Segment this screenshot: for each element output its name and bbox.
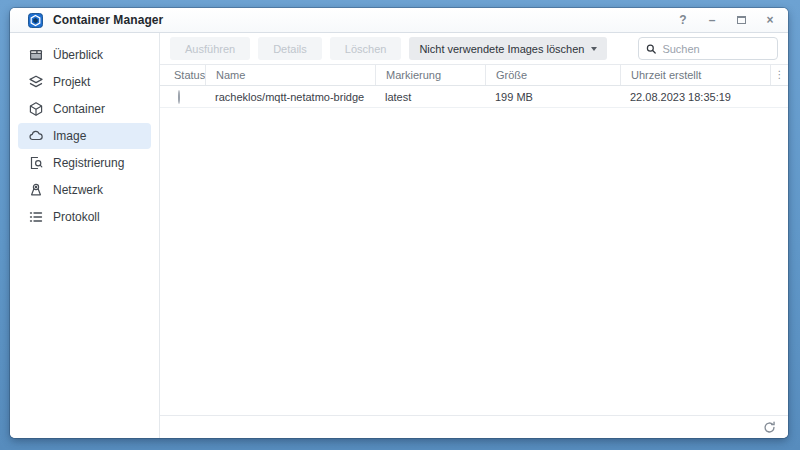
- row-size-cell: 199 MB: [485, 91, 620, 103]
- row-name-cell: racheklos/mqtt-netatmo-bridge: [205, 91, 375, 103]
- table-row[interactable]: racheklos/mqtt-netatmo-bridge latest 199…: [160, 86, 788, 108]
- container-manager-app-icon: [28, 13, 43, 28]
- column-header-name[interactable]: Name: [205, 65, 375, 85]
- sidebar-item-project[interactable]: Projekt: [18, 69, 151, 95]
- sidebar-item-label: Projekt: [53, 75, 90, 89]
- list-icon: [28, 209, 44, 225]
- column-header-created[interactable]: Uhrzeit erstellt: [620, 65, 770, 85]
- layers-icon: [28, 74, 44, 90]
- overview-icon: [28, 47, 44, 63]
- row-created-cell: 22.08.2023 18:35:19: [620, 91, 770, 103]
- sidebar-item-label: Protokoll: [53, 210, 100, 224]
- maximize-button[interactable]: [735, 14, 747, 26]
- sidebar-item-label: Registrierung: [53, 156, 124, 170]
- search-icon: [646, 43, 656, 55]
- search-input[interactable]: [662, 43, 770, 55]
- kebab-menu-icon: ⋮: [775, 70, 785, 80]
- sidebar-item-registry[interactable]: Registrierung: [18, 150, 151, 176]
- column-settings-button[interactable]: ⋮: [770, 65, 788, 85]
- table-empty-space: [160, 108, 788, 415]
- dropdown-label: Nicht verwendete Images löschen: [419, 43, 584, 55]
- row-tag-cell: latest: [375, 91, 485, 103]
- title-bar: Container Manager ? – ×: [10, 8, 788, 33]
- window-controls: ? – ×: [677, 14, 776, 26]
- run-button[interactable]: Ausführen: [170, 37, 250, 60]
- window-maximize-icon: [737, 16, 746, 24]
- close-button[interactable]: ×: [764, 14, 776, 26]
- row-status-cell: [160, 91, 205, 103]
- sidebar: Überblick Projekt Container: [10, 33, 160, 438]
- window-title: Container Manager: [53, 13, 163, 27]
- refresh-icon: [763, 421, 776, 434]
- footer-bar: [160, 415, 788, 438]
- network-icon: [28, 182, 44, 198]
- registry-search-icon: [28, 155, 44, 171]
- cloud-icon: [28, 128, 44, 144]
- refresh-button[interactable]: [763, 421, 776, 434]
- cube-icon: [28, 101, 44, 117]
- sidebar-item-overview[interactable]: Überblick: [18, 42, 151, 68]
- sidebar-item-network[interactable]: Netzwerk: [18, 177, 151, 203]
- table-header: Status Name Markierung Größe Uhrzeit ers…: [160, 64, 788, 86]
- image-table: Status Name Markierung Größe Uhrzeit ers…: [160, 64, 788, 415]
- details-button[interactable]: Details: [258, 37, 322, 60]
- column-header-status[interactable]: Status: [160, 65, 205, 85]
- sidebar-item-label: Überblick: [53, 48, 103, 62]
- container-manager-window: Container Manager ? – × Überblick: [10, 8, 788, 438]
- chevron-down-icon: [591, 47, 597, 51]
- main-panel: Ausführen Details Löschen Nicht verwende…: [160, 33, 788, 438]
- help-button[interactable]: ?: [677, 14, 689, 26]
- column-header-size[interactable]: Größe: [485, 65, 620, 85]
- sidebar-item-label: Image: [53, 129, 86, 143]
- minimize-button[interactable]: –: [706, 14, 718, 26]
- status-circle-icon: [178, 90, 180, 104]
- toolbar: Ausführen Details Löschen Nicht verwende…: [160, 33, 788, 64]
- sidebar-item-protocol[interactable]: Protokoll: [18, 204, 151, 230]
- sidebar-item-label: Container: [53, 102, 105, 116]
- sidebar-item-label: Netzwerk: [53, 183, 103, 197]
- sidebar-item-image[interactable]: Image: [18, 123, 151, 149]
- sidebar-item-container[interactable]: Container: [18, 96, 151, 122]
- delete-button[interactable]: Löschen: [330, 37, 402, 60]
- column-header-tag[interactable]: Markierung: [375, 65, 485, 85]
- delete-unused-images-dropdown[interactable]: Nicht verwendete Images löschen: [409, 37, 607, 60]
- search-box[interactable]: [638, 37, 778, 60]
